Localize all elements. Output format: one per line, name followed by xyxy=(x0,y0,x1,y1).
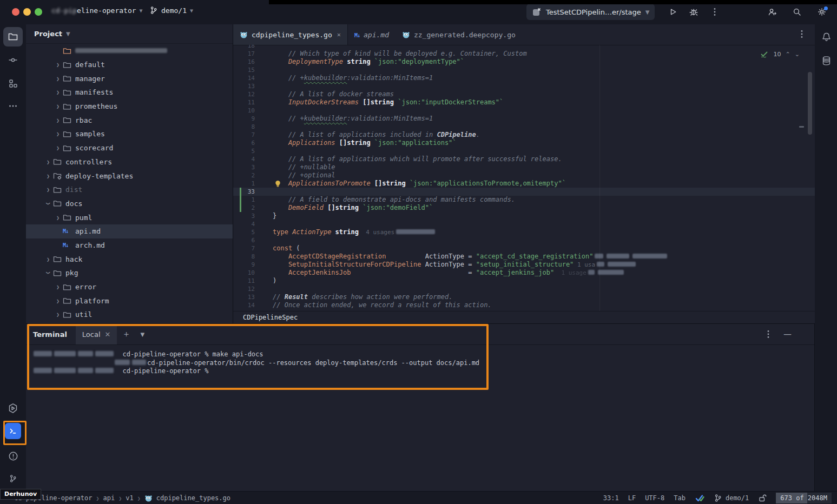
code-line[interactable]: 5type ActionType string 4 usages xyxy=(233,228,815,236)
status-branch-widget[interactable]: demo/1 xyxy=(714,494,749,502)
tree-item-controllers[interactable]: ❯controllers xyxy=(26,155,233,169)
terminal-tab-local[interactable]: Local ✕ xyxy=(76,324,117,344)
code-line[interactable]: 14 // +kubebuilder:validation:MinItems=1 xyxy=(233,74,815,82)
chevron-right-icon[interactable]: ❯ xyxy=(43,159,53,165)
code-line[interactable]: 12 // A list of docker streams xyxy=(233,90,815,98)
close-icon[interactable]: ✕ xyxy=(105,330,111,339)
code-line[interactable]: 2 DemoField []string `json:"demoField"` xyxy=(233,204,815,212)
code-line[interactable]: 2 // +optional xyxy=(233,171,815,180)
tree-item-hack[interactable]: ❯hack xyxy=(26,252,233,266)
tree-item-samples[interactable]: ❯samples xyxy=(26,127,233,141)
chevron-right-icon[interactable]: ❯ xyxy=(53,215,63,221)
code-line[interactable]: 13// Result describes how action were pe… xyxy=(233,293,815,301)
chevron-right-icon[interactable]: ❯ xyxy=(53,284,63,290)
code-line[interactable]: 33 xyxy=(233,188,815,196)
chevron-right-icon[interactable]: ❯ xyxy=(53,76,63,82)
code-line[interactable]: 10 xyxy=(233,107,815,115)
tree-item-platform[interactable]: ❯platform xyxy=(26,294,233,308)
git-tool-button[interactable] xyxy=(3,469,23,488)
chevron-right-icon[interactable]: ❯ xyxy=(43,187,53,193)
chevron-right-icon[interactable]: ❯ xyxy=(53,62,63,68)
code-line[interactable]: 12 xyxy=(233,285,815,293)
code-viewport[interactable]: 1817 // Which type of kind will be deplo… xyxy=(233,45,815,311)
tree-item-scorecard[interactable]: ❯scorecard xyxy=(26,141,233,155)
code-line[interactable]: 18 xyxy=(233,45,815,50)
more-tools-button[interactable] xyxy=(3,96,23,116)
project-panel-header[interactable]: Project ▼ xyxy=(26,24,233,44)
tree-item-docs[interactable]: ❯docs xyxy=(26,197,233,211)
code-line[interactable]: 16 DeploymentType string `json:"deployme… xyxy=(233,58,815,66)
inspections-widget[interactable]: 10 ⌃ ⌄ xyxy=(760,50,800,58)
add-user-button[interactable] xyxy=(765,5,779,19)
sticky-context-line[interactable]: CDPipelineSpec xyxy=(233,311,815,323)
tab-options-button[interactable] xyxy=(801,30,803,38)
code-line[interactable]: 13 xyxy=(233,82,815,90)
next-problem-button[interactable]: ⌄ xyxy=(795,51,800,58)
tree-item-redacted[interactable] xyxy=(26,44,233,58)
code-line[interactable]: 14// Once action ended, we record a resu… xyxy=(233,301,815,309)
tree-item-arch.md[interactable]: M↓arch.md xyxy=(26,238,233,253)
structure-tool-button[interactable] xyxy=(3,74,23,93)
breadcrumb-item[interactable]: api xyxy=(103,494,115,502)
code-line[interactable]: 1 // A field to demonstrate api-docs and… xyxy=(233,196,815,204)
code-line[interactable]: 7const ( xyxy=(233,244,815,253)
tree-item-deploy-templates[interactable]: ❯deploy-templates xyxy=(26,169,233,183)
editor-tab-zz_generated.deepcopy.go[interactable]: zz_generated.deepcopy.go xyxy=(396,24,522,45)
unlock-icon[interactable] xyxy=(758,494,767,502)
terminal-options-button[interactable] xyxy=(767,330,769,339)
settings-button[interactable] xyxy=(815,5,829,19)
project-selector[interactable]: cd-pipeline-operator ▼ xyxy=(51,6,143,15)
services-tool-button[interactable] xyxy=(3,399,23,418)
debug-button[interactable] xyxy=(687,5,701,19)
database-tool-button[interactable] xyxy=(816,51,836,70)
more-actions-button[interactable] xyxy=(708,5,722,19)
tree-item-pkg[interactable]: ❯pkg xyxy=(26,266,233,280)
tree-item-util[interactable]: ❯util xyxy=(26,308,233,322)
search-everywhere-button[interactable] xyxy=(790,5,804,19)
close-icon[interactable]: ✕ xyxy=(337,31,341,38)
chevron-right-icon[interactable]: ❯ xyxy=(53,103,63,109)
code-line[interactable]: 4 // A list of applications which will p… xyxy=(233,155,815,163)
notifications-button[interactable] xyxy=(816,27,836,47)
editor-scrollbar[interactable] xyxy=(808,72,812,135)
code-line[interactable]: 10 AcceptJenkinsJob = "accept_jenkins_jo… xyxy=(233,269,815,277)
file-encoding[interactable]: UTF-8 xyxy=(645,494,664,502)
minimize-window-button[interactable] xyxy=(23,8,31,16)
code-line[interactable]: 6 Applications []string `json:"applicati… xyxy=(233,139,815,147)
code-line[interactable]: 9 SetupInitialStructureForCDPipeline Act… xyxy=(233,261,815,269)
close-window-button[interactable] xyxy=(12,8,19,16)
tree-item-error[interactable]: ❯error xyxy=(26,280,233,294)
chevron-right-icon[interactable]: ❯ xyxy=(53,117,63,123)
line-separator[interactable]: LF xyxy=(628,494,636,502)
tree-item-manifests[interactable]: ❯manifests xyxy=(26,85,233,100)
tree-item-default[interactable]: ❯default xyxy=(26,58,233,72)
chevron-right-icon[interactable]: ❯ xyxy=(53,311,63,317)
chevron-right-icon[interactable]: ❯ xyxy=(43,173,53,179)
code-line[interactable]: 4 xyxy=(233,220,815,228)
code-line[interactable]: 17 // Which type of kind will be deploye… xyxy=(233,50,815,58)
code-line[interactable]: 1 ApplicationsToPromote []string `json:"… xyxy=(233,180,815,188)
terminal-tool-button[interactable] xyxy=(5,423,21,439)
tree-item-prometheus[interactable]: ❯prometheus xyxy=(26,100,233,114)
terminal-dropdown-button[interactable]: ▼ xyxy=(135,324,149,344)
inspections-status-icon[interactable] xyxy=(695,494,704,502)
vcs-branch-widget[interactable]: demo/1 ▼ xyxy=(149,6,193,15)
run-configuration-selector[interactable]: TestSetCDPipelin…er/stage ▼ xyxy=(526,4,655,20)
code-line[interactable]: 15 xyxy=(233,66,815,74)
memory-indicator[interactable]: 673 of 2048M xyxy=(776,493,832,503)
breadcrumb[interactable]: cd-pipeline-operator❯api❯v1❯cdpipeline_t… xyxy=(14,494,230,502)
new-terminal-button[interactable]: ＋ xyxy=(117,324,135,344)
tree-item-manager[interactable]: ❯manager xyxy=(26,71,233,85)
hide-terminal-button[interactable]: — xyxy=(783,329,792,339)
caret-position[interactable]: 33:1 xyxy=(603,494,619,502)
run-button[interactable] xyxy=(666,5,680,19)
project-tool-button[interactable] xyxy=(3,27,23,47)
chevron-right-icon[interactable]: ❯ xyxy=(53,145,63,151)
terminal-title[interactable]: Terminal xyxy=(26,324,76,344)
chevron-down-icon[interactable]: ❯ xyxy=(45,198,51,208)
chevron-right-icon[interactable]: ❯ xyxy=(53,89,63,95)
chevron-right-icon[interactable]: ❯ xyxy=(53,298,63,304)
indent-style[interactable]: Tab xyxy=(674,494,686,502)
commit-tool-button[interactable] xyxy=(3,50,23,70)
code-line[interactable]: 9 // +kubebuilder:validation:MinItems=1 xyxy=(233,115,815,123)
